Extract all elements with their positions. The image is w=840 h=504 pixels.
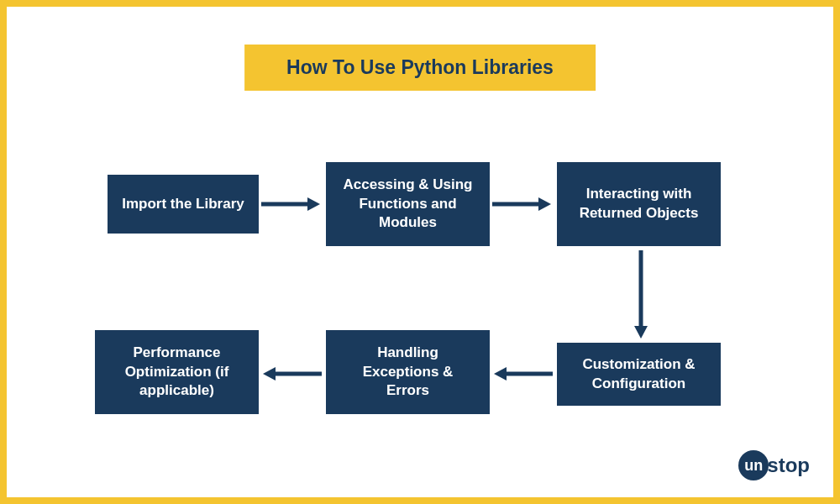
step-customization-config: Customization & Configuration bbox=[557, 343, 721, 406]
logo-circle: un bbox=[738, 450, 769, 480]
unstop-logo: un stop bbox=[738, 450, 810, 480]
step-performance-optimization: Performance Optimization (if applicable) bbox=[95, 330, 259, 414]
svg-marker-3 bbox=[538, 197, 551, 211]
arrow-left-icon bbox=[263, 365, 322, 382]
svg-marker-9 bbox=[263, 367, 276, 381]
svg-marker-1 bbox=[307, 197, 320, 211]
step-accessing-functions: Accessing & Using Functions and Modules bbox=[326, 162, 490, 246]
arrow-right-icon bbox=[492, 196, 551, 213]
logo-text: stop bbox=[767, 454, 810, 477]
step-interacting-objects: Interacting with Returned Objects bbox=[557, 162, 721, 246]
step-handling-exceptions: Handling Exceptions & Errors bbox=[326, 330, 490, 414]
svg-marker-5 bbox=[634, 326, 648, 339]
step-import-library: Import the Library bbox=[108, 175, 259, 234]
arrow-left-icon bbox=[494, 365, 553, 382]
arrow-down-icon bbox=[633, 250, 649, 334]
diagram-title: How To Use Python Libraries bbox=[244, 45, 596, 91]
arrow-right-icon bbox=[261, 196, 320, 213]
svg-marker-7 bbox=[494, 367, 507, 381]
